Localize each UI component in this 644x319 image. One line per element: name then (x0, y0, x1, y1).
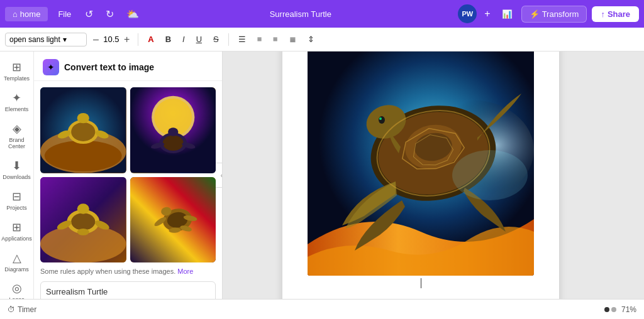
font-color-icon: A (148, 35, 153, 44)
home-icon: ⌂ (13, 9, 18, 19)
strikethrough-button[interactable]: S (209, 33, 223, 46)
timer-control[interactable]: ⏱ Timer (8, 305, 36, 314)
timer-label: Timer (18, 305, 36, 314)
canvas-area (223, 51, 619, 299)
toolbar-divider-1 (138, 33, 138, 46)
font-size-control: – 10.5 + (91, 34, 132, 45)
panel-header: ✦ Convert text to image (34, 51, 222, 81)
svg-point-2 (45, 141, 122, 171)
templates-icon: ⊞ (10, 60, 24, 74)
svg-point-41 (379, 117, 382, 120)
rules-text: Some rules apply when using these images… (40, 268, 216, 275)
sidebar-item-diagrams[interactable]: △ Diagrams (2, 247, 32, 277)
document-title: Surrealism Turtle (270, 9, 331, 19)
share-button[interactable]: ↑ Share (592, 6, 639, 22)
sidebar-icons: ⊞ Templates ✦ Elements ◈ Brand Center ⬇ … (0, 51, 34, 299)
svg-point-5 (77, 113, 89, 123)
file-button[interactable]: File (53, 7, 76, 21)
main-content: ⊞ Templates ✦ Elements ◈ Brand Center ⬇ … (0, 51, 644, 299)
align-center-button[interactable]: ≡ (253, 33, 266, 46)
panel-icon: ✦ (43, 59, 59, 75)
brand-center-icon: ◈ (10, 122, 24, 136)
svg-point-20 (77, 203, 89, 214)
align-left-button[interactable]: ☰ (235, 33, 250, 46)
panel-title: Convert text to image (64, 62, 154, 72)
svg-point-12 (162, 135, 183, 151)
share-icon: ↑ (601, 9, 605, 19)
prompt-textarea[interactable] (40, 281, 216, 299)
list-button[interactable]: ≣ (286, 33, 300, 46)
right-margin (619, 51, 644, 299)
elements-icon: ✦ (10, 91, 24, 105)
page-dot-1 (604, 307, 609, 312)
panel-collapse-button[interactable]: ‹ (216, 163, 223, 188)
svg-point-40 (379, 116, 385, 124)
rules-more-link[interactable]: More (177, 268, 193, 275)
line-spacing-button[interactable]: ⇕ (304, 33, 318, 46)
toolbar-divider-2 (228, 33, 229, 46)
analytics-button[interactable]: 📊 (498, 7, 516, 21)
generated-image-2[interactable] (130, 87, 216, 173)
chevron-down-icon: ▾ (63, 35, 67, 44)
timer-icon: ⏱ (8, 305, 15, 314)
applications-icon: ⊞ (10, 220, 24, 234)
text-cursor (421, 278, 421, 288)
font-size-decrease-button[interactable]: – (91, 34, 101, 45)
svg-point-4 (71, 122, 95, 141)
generated-image-4[interactable] (130, 177, 216, 263)
sidebar-item-logos[interactable]: ◎ Logos (2, 278, 32, 299)
toolbar: open sans light ▾ – 10.5 + A B I U S ☰ ≡… (0, 28, 644, 51)
diagrams-icon: △ (10, 251, 24, 265)
image-grid (40, 87, 216, 262)
svg-point-43 (452, 150, 528, 200)
navbar: ⌂ home File ↺ ↻ ⛅ Surrealism Turtle PW +… (0, 0, 644, 28)
sidebar-item-templates[interactable]: ⊞ Templates (2, 57, 32, 86)
zoom-level[interactable]: 71% (621, 305, 636, 314)
downloads-icon: ⬇ (10, 159, 24, 173)
sidebar-item-downloads[interactable]: ⬇ Downloads (2, 155, 32, 185)
undo-button[interactable]: ↺ (81, 6, 97, 23)
svg-point-23 (77, 228, 89, 235)
sidebar-item-brand-center[interactable]: ◈ Brand Center (2, 118, 32, 154)
bold-button[interactable]: B (162, 33, 175, 46)
panel-content: Some rules apply when using these images… (34, 81, 222, 299)
canvas-document[interactable] (282, 51, 559, 299)
font-family-select[interactable]: open sans light ▾ (5, 33, 87, 46)
svg-point-13 (168, 127, 178, 136)
sidebar-item-projects[interactable]: ⊟ Projects (2, 186, 32, 215)
home-button[interactable]: ⌂ home (5, 7, 48, 21)
page-dot-2 (611, 307, 616, 312)
statusbar: ⏱ Timer 71% (0, 299, 644, 319)
font-size-increase-button[interactable]: + (121, 34, 132, 45)
page-indicator (604, 307, 616, 312)
transform-button[interactable]: ⚡ Transform (521, 6, 587, 23)
cloud-save-button[interactable]: ⛅ (123, 6, 143, 23)
italic-button[interactable]: I (179, 33, 189, 46)
file-label: File (58, 9, 71, 19)
logos-icon: ◎ (10, 281, 24, 295)
underline-button[interactable]: U (192, 33, 206, 46)
transform-icon: ⚡ (530, 9, 540, 19)
chart-icon: 📊 (502, 9, 513, 19)
add-collaborator-button[interactable]: + (482, 8, 492, 19)
font-color-button[interactable]: A (144, 33, 157, 46)
redo-button[interactable]: ↻ (102, 6, 118, 23)
svg-point-19 (71, 213, 95, 230)
canvas-main-image (308, 51, 534, 276)
panel: ✦ Convert text to image (34, 51, 223, 299)
sidebar-item-applications[interactable]: ⊞ Applications (2, 217, 32, 246)
generated-image-1[interactable] (40, 87, 126, 173)
font-size-value: 10.5 (103, 35, 120, 44)
generated-image-3[interactable] (40, 177, 126, 263)
projects-icon: ⊟ (10, 190, 24, 203)
align-right-button[interactable]: ≡ (269, 33, 282, 46)
sidebar-item-elements[interactable]: ✦ Elements (2, 87, 32, 117)
avatar[interactable]: PW (458, 4, 477, 23)
